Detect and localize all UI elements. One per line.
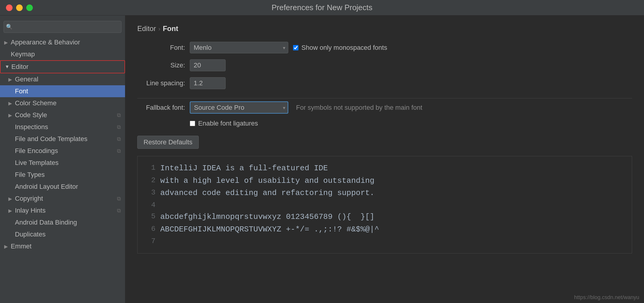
line-spacing-row: Line spacing: [137, 77, 632, 89]
breadcrumb-current: Font [163, 24, 178, 33]
close-button[interactable] [6, 4, 13, 11]
nav-arrow-appearance: ▶ [4, 40, 9, 45]
size-row: Size: [137, 59, 632, 71]
fallback-font-label: Fallback font: [137, 104, 185, 112]
nav-label-filetypes: File Types [15, 171, 45, 179]
font-select[interactable]: Menlo Source Code Pro Courier New Monaco… [190, 42, 288, 53]
preview-line: 1IntelliJ IDEA is a full-featured IDE [144, 162, 629, 175]
nav-label-androidlayout: Android Layout Editor [15, 183, 78, 191]
monospaced-checkbox[interactable] [293, 45, 298, 50]
sidebar-item-keymap[interactable]: Keymap [0, 48, 125, 60]
breadcrumb-separator: › [158, 25, 161, 32]
sidebar: 🔍 ▶Appearance & BehaviorKeymap▼Editor▶Ge… [0, 16, 125, 303]
sidebar-item-editor[interactable]: ▼Editor [0, 60, 125, 73]
nav-label-inspections: Inspections [15, 123, 48, 131]
sidebar-item-duplicates[interactable]: Duplicates [0, 228, 125, 240]
line-content: with a high level of usability and outst… [160, 175, 375, 187]
ligatures-checkbox[interactable] [190, 121, 195, 126]
fallback-font-hint: For symbols not supported by the main fo… [296, 104, 422, 112]
fallback-font-select[interactable]: Source Code Pro Menlo Courier New Monaco [190, 101, 288, 114]
watermark: https://blog.csdn.net/wanyu [574, 294, 639, 301]
line-spacing-input[interactable] [190, 77, 226, 89]
nav-copy-icon-inspections: ⧉ [117, 124, 121, 130]
size-input[interactable] [190, 59, 226, 71]
line-content: advanced code editing and refactoring su… [160, 187, 375, 200]
sidebar-item-colorscheme[interactable]: ▶Color Scheme [0, 97, 125, 109]
sidebar-item-copyright[interactable]: ▶Copyright⧉ [0, 193, 125, 205]
monospaced-label: Show only monospaced fonts [301, 44, 387, 52]
nav-label-inlayhints: Inlay Hints [15, 207, 46, 214]
nav-label-copyright: Copyright [15, 195, 43, 202]
preview-line: 4 [144, 200, 629, 211]
line-number: 4 [144, 200, 155, 211]
maximize-button[interactable] [26, 4, 33, 11]
nav-copy-icon-copyright: ⧉ [117, 196, 121, 202]
nav-label-livetemplates: Live Templates [15, 159, 58, 167]
sidebar-item-font[interactable]: Font [0, 85, 125, 97]
nav-copy-icon-codestyle: ⧉ [117, 112, 121, 118]
font-label: Font: [137, 44, 185, 52]
sidebar-item-fileandcode[interactable]: File and Code Templates⧉ [0, 133, 125, 145]
nav-label-general: General [15, 75, 38, 83]
sidebar-item-livetemplates[interactable]: Live Templates [0, 157, 125, 169]
sidebar-item-appearance[interactable]: ▶Appearance & Behavior [0, 36, 125, 48]
traffic-lights [6, 4, 33, 11]
nav-label-codestyle: Code Style [15, 111, 47, 119]
minimize-button[interactable] [16, 4, 23, 11]
nav-label-font: Font [15, 87, 28, 95]
nav-list: ▶Appearance & BehaviorKeymap▼Editor▶Gene… [0, 36, 125, 252]
font-select-wrapper: Menlo Source Code Pro Courier New Monaco… [190, 42, 288, 53]
nav-label-appearance: Appearance & Behavior [11, 38, 80, 46]
line-number: 1 [144, 162, 155, 175]
fallback-font-row: Fallback font: Source Code Pro Menlo Cou… [137, 101, 632, 114]
form-section: Font: Menlo Source Code Pro Courier New … [137, 42, 632, 89]
nav-copy-icon-fileandcode: ⧉ [117, 136, 121, 142]
nav-arrow-emmet: ▶ [4, 244, 9, 249]
restore-defaults-button[interactable]: Restore Defaults [137, 136, 199, 149]
window-title: Preferences for New Projects [272, 3, 372, 12]
sidebar-item-general[interactable]: ▶General [0, 73, 125, 85]
sidebar-item-fileencodings[interactable]: File Encodings⧉ [0, 145, 125, 157]
line-number: 6 [144, 223, 155, 236]
nav-label-fileencodings: File Encodings [15, 147, 58, 155]
nav-label-duplicates: Duplicates [15, 231, 46, 238]
preview-line: 7 [144, 236, 629, 247]
nav-arrow-inlayhints: ▶ [8, 208, 13, 214]
line-number: 2 [144, 175, 155, 187]
search-container: 🔍 [0, 18, 125, 36]
nav-arrow-colorscheme: ▶ [8, 101, 13, 106]
divider-1 [137, 98, 632, 98]
line-number: 5 [144, 211, 155, 223]
line-content: IntelliJ IDEA is a full-featured IDE [160, 162, 328, 175]
preview-line: 6ABCDEFGHIJKLMNOPQRSTUVWXYZ +-*/= .,;:!?… [144, 223, 629, 236]
nav-arrow-editor: ▼ [5, 64, 10, 69]
sidebar-item-inlayhints[interactable]: ▶Inlay Hints⧉ [0, 205, 125, 217]
preview-line: 2with a high level of usability and outs… [144, 175, 629, 187]
sidebar-item-codestyle[interactable]: ▶Code Style⧉ [0, 109, 125, 121]
nav-label-emmet: Emmet [11, 242, 32, 250]
line-spacing-label: Line spacing: [137, 79, 185, 87]
sidebar-item-androiddatabinding[interactable]: Android Data Binding [0, 217, 125, 228]
search-input[interactable] [4, 21, 121, 33]
nav-label-fileandcode: File and Code Templates [15, 135, 87, 143]
sidebar-item-inspections[interactable]: Inspections⧉ [0, 121, 125, 133]
sidebar-item-androidlayout[interactable]: Android Layout Editor [0, 181, 125, 193]
line-content: abcdefghijklmnopqrstuvwxyz 0123456789 ()… [160, 211, 375, 223]
line-content: ABCDEFGHIJKLMNOPQRSTUVWXYZ +-*/= .,;:!? … [160, 223, 379, 236]
nav-copy-icon-inlayhints: ⧉ [117, 208, 121, 214]
nav-label-editor: Editor [11, 63, 28, 71]
ligatures-label: Enable font ligatures [198, 120, 258, 127]
title-bar: Preferences for New Projects [0, 0, 644, 16]
nav-label-androiddatabinding: Android Data Binding [15, 219, 77, 226]
main-content: 🔍 ▶Appearance & BehaviorKeymap▼Editor▶Ge… [0, 16, 644, 303]
sidebar-item-filetypes[interactable]: File Types [0, 169, 125, 181]
search-icon: 🔍 [6, 24, 13, 30]
nav-label-colorscheme: Color Scheme [15, 99, 56, 107]
ligatures-row: Enable font ligatures [190, 120, 632, 127]
preview-area: 1IntelliJ IDEA is a full-featured IDE2wi… [137, 156, 632, 253]
preview-line: 5abcdefghijklmnopqrstuvwxyz 0123456789 (… [144, 211, 629, 223]
sidebar-item-emmet[interactable]: ▶Emmet [0, 240, 125, 252]
search-wrapper: 🔍 [4, 21, 121, 33]
breadcrumb-parent: Editor [137, 24, 156, 33]
font-row: Font: Menlo Source Code Pro Courier New … [137, 42, 632, 53]
